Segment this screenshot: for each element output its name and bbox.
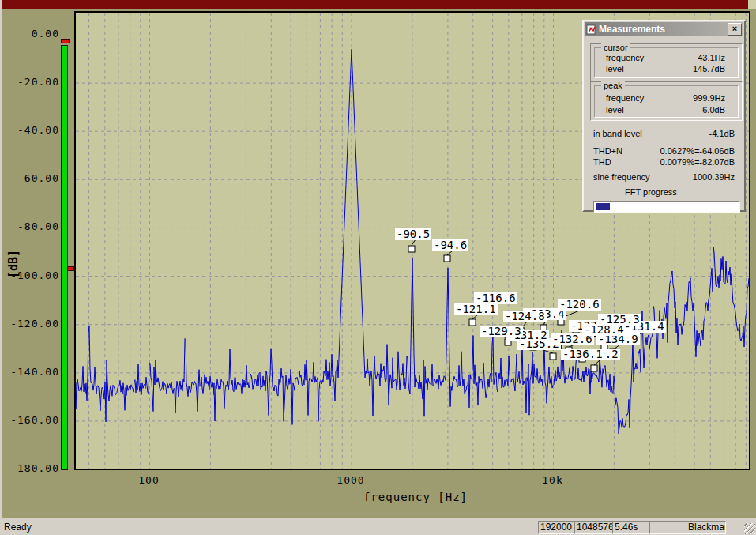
thdn-value: 0.0627%=-64.06dB — [660, 146, 735, 156]
cursor-level-row: level -145.7dB — [606, 64, 725, 73]
x-tick: 100 — [138, 474, 159, 486]
y-tick: -160.00 — [10, 414, 59, 426]
x-axis-title: frequency [Hz] — [363, 491, 468, 503]
status-bar: Ready 192000 1048576 5.46s Blackman — [0, 518, 756, 535]
title-strip[interactable] — [2, 0, 748, 9]
sine-frequency-row: sine frequency 1000.39Hz — [593, 172, 735, 182]
harmonic-peak-label: -129.3 — [480, 326, 523, 337]
level-meter-bar — [61, 45, 68, 470]
thdn-row: THD+N 0.0627%=-64.06dB — [593, 146, 735, 156]
in-band-row: in band level -4.1dB — [593, 129, 735, 138]
peak-level-label: level — [606, 105, 700, 115]
y-tick: -60.00 — [17, 172, 59, 184]
measurements-window: Measurements × cursor frequency 43.1Hz l… — [582, 20, 746, 212]
harmonic-peak-label: -125.3 — [598, 314, 641, 326]
harmonic-peak-label: -128.4 — [582, 324, 626, 336]
thd-label: THD — [593, 157, 660, 167]
in-band-value: -4.1dB — [709, 129, 735, 138]
resize-grip[interactable] — [744, 523, 755, 534]
measurements-titlebar[interactable]: Measurements × — [585, 22, 743, 36]
close-icon[interactable]: × — [728, 23, 742, 36]
peak-frequency-row: frequency 999.9Hz — [606, 93, 725, 103]
cursor-groupbox: cursor frequency 43.1Hz level -145.7dB — [594, 47, 739, 78]
status-samplerate: 192000 — [538, 521, 575, 534]
peak-frequency-value: 999.9Hz — [693, 93, 725, 103]
y-tick: -180.00 — [10, 462, 59, 474]
sine-frequency-value: 1000.39Hz — [693, 172, 735, 182]
y-tick: -80.00 — [17, 220, 59, 232]
analyzer-window: [dB] frequency [Hz] 0.00-20.00-40.00-60.… — [0, 0, 756, 535]
thdn-label: THD+N — [593, 146, 660, 156]
harmonic-peak-label: -120.6 — [558, 299, 601, 311]
measurements-title: Measurements — [599, 24, 728, 35]
y-tick: -20.00 — [17, 76, 59, 88]
peak-level-value: -6.0dB — [700, 105, 725, 115]
peak-hold-tick-mid — [67, 266, 74, 271]
thd-value: 0.0079%=-82.07dB — [660, 157, 735, 167]
y-tick: 0.00 — [32, 28, 59, 40]
cursor-level-value: -145.7dB — [690, 64, 725, 73]
cursor-frequency-row: frequency 43.1Hz — [606, 53, 725, 62]
peak-groupbox: peak frequency 999.9Hz level -6.0dB — [594, 85, 739, 118]
in-band-label: in band level — [593, 129, 709, 138]
harmonic-peak-label: -136.1 — [561, 349, 604, 360]
notepad-icon — [586, 24, 596, 35]
peak-legend: peak — [601, 81, 625, 90]
peak-hold-tick-top — [61, 39, 70, 43]
cursor-panel: cursor frequency 43.1Hz level -145.7dB — [590, 43, 743, 81]
peak-frequency-label: frequency — [606, 93, 693, 103]
harmonic-peak-label: -94.6 — [432, 239, 468, 251]
status-fft-size: 1048576 — [574, 521, 613, 534]
harmonic-peak-label: -90.5 — [395, 228, 431, 240]
y-tick: -140.00 — [10, 366, 59, 378]
harmonic-peak-label: -116.6 — [474, 292, 517, 304]
status-ready: Ready — [4, 522, 32, 533]
cursor-level-label: level — [606, 64, 690, 73]
window-border — [0, 0, 2, 535]
cursor-legend: cursor — [601, 43, 630, 52]
y-tick: -40.00 — [17, 124, 59, 136]
status-empty-pane — [649, 521, 686, 534]
cursor-frequency-label: frequency — [606, 53, 698, 62]
y-tick: -120.00 — [10, 318, 59, 330]
cursor-frequency-value: 43.1Hz — [698, 53, 725, 62]
thd-row: THD 0.0079%=-82.07dB — [593, 157, 735, 167]
fft-progress-label: FFT progress — [625, 187, 677, 197]
peak-level-row: level -6.0dB — [606, 105, 725, 115]
peak-panel: peak frequency 999.9Hz level -6.0dB — [590, 81, 743, 121]
status-duration: 5.46s — [612, 521, 649, 534]
fft-progress-fill — [596, 203, 610, 210]
x-tick: 10k — [542, 474, 562, 486]
fft-progress-bar — [593, 201, 740, 213]
sine-frequency-label: sine frequency — [593, 172, 693, 182]
title-strip-end — [748, 0, 756, 9]
harmonic-peak-label: -121.1 — [454, 303, 498, 315]
y-tick: -100.00 — [10, 269, 59, 281]
status-window-function: Blackman — [686, 521, 726, 534]
harmonic-peak-label: -124.8 — [503, 311, 547, 322]
x-tick: 1000 — [337, 474, 364, 486]
